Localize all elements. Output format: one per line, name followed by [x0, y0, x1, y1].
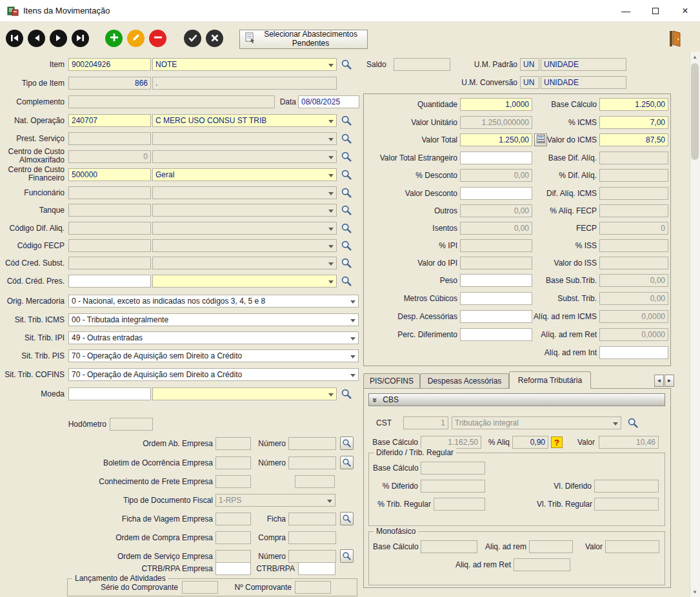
cubic-meters-field[interactable]	[460, 292, 532, 305]
monophasic-calc-base-label: Base Cálculo	[373, 543, 418, 551]
chevron-down-icon	[328, 280, 334, 284]
subst-tax-base-label: Base Sub.Trib.	[533, 277, 597, 285]
scrollbar-thumb[interactable]	[691, 63, 699, 160]
financial-cost-center-search-icon[interactable]	[341, 169, 353, 181]
scroll-up-icon[interactable]: ▲	[690, 52, 700, 62]
add-record-button[interactable]	[105, 30, 123, 47]
cbs-collapse-header[interactable]: » CBS	[368, 393, 665, 406]
standard-um-desc-field: UNIDADE	[541, 58, 626, 71]
service-order-search-button[interactable]	[340, 549, 354, 563]
travel-card-company-label: Ficha de Viagem Empresa	[0, 515, 213, 524]
regular-tax-value-label: Vl. Trib. Regular	[537, 500, 592, 509]
tab-despesas-acessorias[interactable]: Despesas Acessórias	[420, 373, 509, 388]
deferral-pct-field[interactable]	[460, 328, 532, 341]
supply-order-search-button[interactable]	[340, 436, 354, 450]
tab-reforma-tributaria[interactable]: Reforma Tributária	[509, 371, 591, 389]
weight-field[interactable]	[460, 274, 532, 287]
presumed-credit-code-field[interactable]	[68, 275, 151, 288]
nav-prev-button[interactable]	[28, 30, 45, 47]
operation-nature-combo[interactable]: C MERC USO CONSU ST TRIB	[152, 114, 337, 127]
presumed-credit-combo[interactable]	[152, 275, 337, 288]
operation-nature-search-icon[interactable]	[341, 115, 353, 127]
tab-scroll-left-button[interactable]: ◄	[654, 375, 664, 387]
goods-origin-select[interactable]: 0 - Nacional, exceto as indicadas nos có…	[68, 295, 359, 308]
nav-first-button[interactable]	[6, 30, 23, 47]
discount-value-field[interactable]	[460, 187, 532, 200]
chevron-down-icon	[328, 156, 334, 159]
tab-scroll-right-button[interactable]: ►	[665, 375, 674, 387]
nav-last-button[interactable]	[72, 30, 89, 47]
help-icon[interactable]: ?	[551, 436, 563, 448]
cancel-button[interactable]	[206, 30, 223, 47]
nav-next-button[interactable]	[50, 30, 67, 47]
cofins-tax-situation-label: Sit. Trib. COFINS	[0, 371, 65, 379]
subst-credit-search-icon[interactable]	[341, 257, 353, 269]
icms-pct-label: % ICMS	[533, 119, 597, 127]
scroll-down-icon[interactable]: ▼	[690, 587, 700, 597]
purchase-order-company-field	[215, 531, 251, 544]
supply-order-company-label: Ordem Ab. Empresa	[0, 440, 213, 448]
close-button[interactable]: ×	[670, 0, 700, 22]
item-type-label: Tipo de Item	[0, 79, 65, 88]
currency-label: Moeda	[0, 390, 65, 398]
dif-rate-search-icon[interactable]	[341, 222, 353, 235]
close-icon: ×	[682, 5, 688, 17]
edit-record-button[interactable]	[127, 30, 145, 47]
ctrb-rpa-number-label: CTRB/RPA	[254, 565, 295, 573]
confirm-button[interactable]	[184, 30, 201, 47]
incident-report-company-label: Boletim de Ocorrência Empresa	[0, 459, 213, 467]
incident-report-search-button[interactable]	[340, 456, 354, 469]
item-search-icon[interactable]	[341, 59, 353, 71]
icms-dif-rate-field	[599, 187, 668, 200]
fecp-search-icon[interactable]	[341, 240, 353, 252]
total-value-field[interactable]: 1.250,00	[460, 133, 532, 146]
service-provision-search-icon[interactable]	[341, 133, 353, 145]
maximize-button[interactable]	[641, 0, 670, 22]
ipi-tax-situation-select[interactable]: 49 - Outras entradas	[68, 331, 359, 344]
adrem-icms-rate-field: 0,0000	[599, 310, 668, 323]
cofins-tax-situation-select[interactable]: 70 - Operação de Aquisição sem Direito a…	[68, 368, 359, 381]
dif-rate-code-label: Código Dif. Aliq.	[0, 224, 65, 233]
icms-tax-situation-value: 00 - Tributada integralmente	[72, 315, 168, 324]
total-value-label: Valor Total	[366, 136, 457, 144]
icms-tax-situation-select[interactable]: 00 - Tributada integralmente	[68, 313, 359, 326]
operation-nature-code-field[interactable]: 240707	[68, 114, 151, 127]
warehouse-cost-center-search-icon[interactable]	[341, 151, 353, 163]
select-pending-supplies-button[interactable]: Selecionar Abastecimentos Pendentes	[239, 30, 368, 49]
adrem-int-rate-label: Alíq. ad rem Int	[533, 349, 597, 357]
currency-search-icon[interactable]	[341, 388, 353, 400]
employee-search-icon[interactable]	[341, 187, 353, 199]
tank-search-icon[interactable]	[341, 204, 353, 217]
quantity-field[interactable]: 1,0000	[460, 98, 532, 111]
currency-code-field[interactable]	[68, 387, 151, 400]
pis-tax-situation-select[interactable]: 70 - Operação de Aquisição sem Direito a…	[68, 349, 359, 362]
financial-cost-center-code-field[interactable]: 500000	[68, 168, 151, 181]
presumed-credit-search-icon[interactable]	[341, 275, 353, 288]
ctrb-rpa-company-field[interactable]	[215, 562, 251, 575]
adrem-int-rate-field[interactable]	[599, 346, 668, 359]
title-bar: Itens da Movimentação — ×	[0, 0, 700, 22]
calc-base-field[interactable]: 1.250,00	[599, 98, 668, 111]
icms-value-field[interactable]: 87,50	[599, 133, 668, 146]
currency-combo[interactable]	[152, 387, 337, 400]
ipi-pct-label: % IPI	[366, 242, 457, 250]
item-code-field[interactable]: 900204926	[68, 58, 151, 71]
accessory-expenses-field[interactable]	[460, 310, 532, 323]
delete-record-button[interactable]	[149, 30, 166, 47]
minimize-button[interactable]: —	[611, 0, 641, 22]
travel-card-search-button[interactable]	[340, 512, 354, 525]
item-desc-combo[interactable]: NOTE	[152, 58, 337, 71]
exit-button[interactable]	[668, 30, 683, 50]
chevron-down-icon	[350, 374, 355, 377]
cst-search-icon[interactable]	[627, 417, 639, 429]
chevron-down-icon	[327, 500, 332, 503]
financial-cost-center-value: Geral	[155, 170, 174, 179]
date-field[interactable]: 08/08/2025	[298, 95, 359, 108]
warehouse-cost-center-combo	[152, 150, 337, 163]
foreign-total-value-field[interactable]	[460, 152, 532, 164]
tab-pis-cofins[interactable]: PIS/COFINS	[363, 373, 420, 388]
ctrb-rpa-number-field[interactable]	[298, 562, 335, 575]
financial-cost-center-combo[interactable]: Geral	[152, 168, 337, 181]
icms-pct-field[interactable]: 7,00	[599, 116, 668, 129]
deferred-calc-base-field	[421, 462, 485, 475]
